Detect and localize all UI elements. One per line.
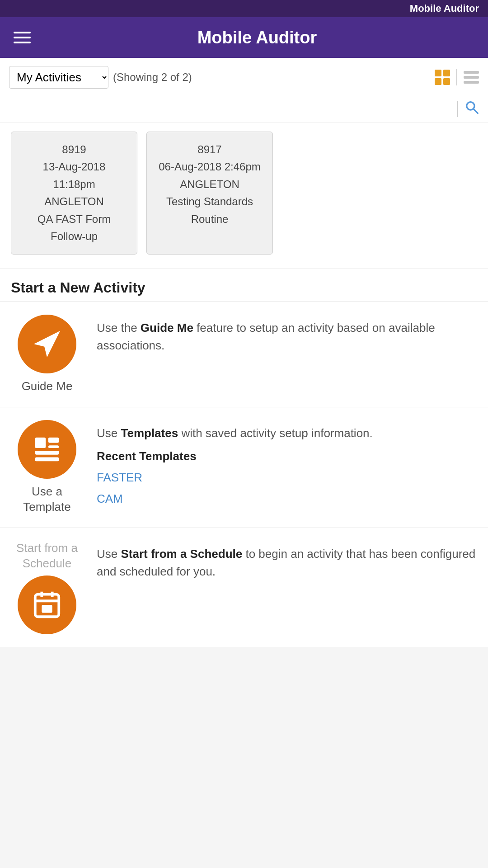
header: Mobile Auditor <box>0 17 488 58</box>
card-location-1: ANGLETON <box>22 193 126 210</box>
card-location-2: ANGLETON <box>158 176 262 193</box>
view-divider <box>456 69 457 85</box>
schedule-button[interactable] <box>18 576 76 634</box>
schedule-section: Start from a Schedule Use Start from a S… <box>0 528 488 647</box>
svg-rect-11 <box>42 605 52 613</box>
card-form-2: Testing Standards <box>158 193 262 210</box>
card-id-1: 8919 <box>22 141 126 158</box>
card-type-2: Routine <box>158 211 262 228</box>
recent-templates-label: Recent Templates <box>97 449 477 463</box>
schedule-bold: Start from a Schedule <box>121 547 242 561</box>
table-row[interactable]: 8919 13-Aug-2018 11:18pm ANGLETON QA FAS… <box>11 132 137 255</box>
template-icon <box>31 434 63 465</box>
card-date-1: 13-Aug-2018 11:18pm <box>22 158 126 193</box>
template-right: Use Templates with saved activity setup … <box>97 420 477 509</box>
template-bold: Templates <box>121 426 178 440</box>
guide-me-description: Use the Guide Me feature to setup an act… <box>97 319 477 354</box>
table-row[interactable]: 8917 06-Aug-2018 2:46pm ANGLETON Testing… <box>146 132 273 255</box>
hamburger-menu[interactable] <box>14 32 31 43</box>
svg-rect-6 <box>35 458 59 462</box>
schedule-description: Use Start from a Schedule to begin an ac… <box>97 545 477 580</box>
cards-grid: 8919 13-Aug-2018 11:18pm ANGLETON QA FAS… <box>11 132 477 255</box>
filter-bar: My Activities All Activities (Showing 2 … <box>0 58 488 97</box>
header-title: Mobile Auditor <box>40 28 474 47</box>
activities-filter-select[interactable]: My Activities All Activities <box>9 66 108 89</box>
search-button[interactable] <box>465 100 479 118</box>
view-icons <box>435 69 479 85</box>
guide-me-icon <box>31 328 63 360</box>
card-type-1: Follow-up <box>22 228 126 245</box>
card-date-2: 06-Aug-2018 2:46pm <box>158 158 262 175</box>
card-form-1: QA FAST Form <box>22 211 126 228</box>
template-left: Use a Template <box>11 420 83 515</box>
template-section: Use a Template Use Templates with saved … <box>0 407 488 528</box>
new-activity-section-header: Start a New Activity <box>0 268 488 302</box>
guide-me-button[interactable] <box>18 315 76 373</box>
template-link-faster[interactable]: FASTER <box>97 467 477 488</box>
grid-view-button[interactable] <box>435 70 450 85</box>
schedule-label-top: Start from a Schedule <box>16 541 78 571</box>
template-button[interactable] <box>18 420 76 479</box>
toolbar-row2 <box>0 97 488 123</box>
guide-me-left: Guide Me <box>11 315 83 394</box>
guide-me-label: Guide Me <box>22 379 73 394</box>
guide-me-section: Guide Me Use the Guide Me feature to set… <box>0 302 488 407</box>
cards-container: 8919 13-Aug-2018 11:18pm ANGLETON QA FAS… <box>0 123 488 268</box>
svg-rect-2 <box>35 438 46 448</box>
svg-rect-4 <box>48 445 59 448</box>
guide-me-right: Use the Guide Me feature to setup an act… <box>97 315 477 362</box>
template-link-cam[interactable]: CAM <box>97 488 477 509</box>
guide-me-bold: Guide Me <box>141 321 193 335</box>
card-id-2: 8917 <box>158 141 262 158</box>
schedule-left: Start from a Schedule <box>11 541 83 635</box>
search-divider <box>457 101 458 117</box>
svg-rect-3 <box>48 438 59 443</box>
schedule-icon <box>31 589 63 621</box>
filter-count: (Showing 2 of 2) <box>113 71 430 84</box>
top-bar-title: Mobile Auditor <box>410 3 479 14</box>
template-description: Use Templates with saved activity setup … <box>97 425 477 442</box>
schedule-right: Use Start from a Schedule to begin an ac… <box>97 541 477 588</box>
top-bar: Mobile Auditor <box>0 0 488 17</box>
svg-line-1 <box>474 109 478 113</box>
svg-rect-5 <box>35 451 59 455</box>
list-view-button[interactable] <box>464 71 479 84</box>
template-label: Use a Template <box>23 484 71 515</box>
